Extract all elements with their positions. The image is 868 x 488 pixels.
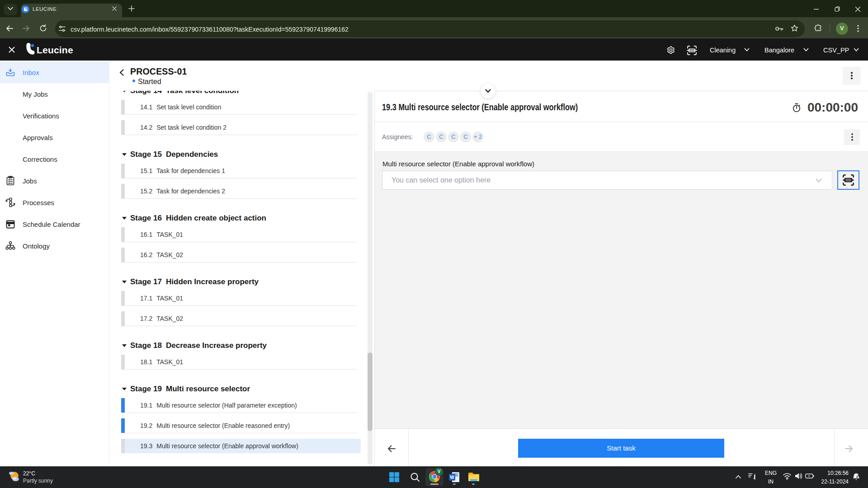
svg-text:z: z xyxy=(856,474,858,479)
svg-text:W: W xyxy=(450,475,454,480)
